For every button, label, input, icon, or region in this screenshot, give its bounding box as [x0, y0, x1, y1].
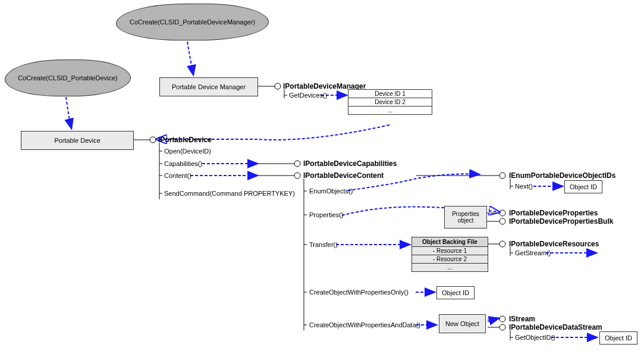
- box-new-obj: New Object: [439, 314, 486, 333]
- iface-ipdds: IPortableDeviceDataStream: [509, 323, 602, 331]
- tbl-cell: ...: [348, 107, 432, 114]
- tbl-cell: ...: [412, 264, 488, 271]
- meth-cwpo: CreateObjectWithPropertiesOnly(): [309, 289, 409, 296]
- meth-getstream: GetStream(): [515, 249, 551, 256]
- device-id-table: Device ID 1 Device ID 2 ...: [348, 89, 432, 115]
- box-props-obj: Properties object: [444, 206, 487, 228]
- box-label: Portable Device: [54, 137, 100, 144]
- meth-enumobj: EnumObjects(): [309, 187, 353, 195]
- meth-cap: Capabilities(): [164, 160, 202, 167]
- iface-ienum: IEnumPortableDeviceObjectIDs: [509, 171, 615, 180]
- tbl-cell: - Resource 2: [412, 255, 488, 264]
- meth-next: Next(): [515, 183, 533, 190]
- svg-point-13: [500, 218, 505, 224]
- iface-ipdcap: IPortableDeviceCapabilities: [303, 159, 397, 168]
- objid-box-1: Object ID: [564, 180, 602, 193]
- svg-point-1: [275, 83, 281, 89]
- cloud-label: CoCreate(CLSID_PortableDevice): [18, 74, 118, 82]
- iface-ipdprop: IPortableDeviceProperties: [509, 209, 598, 217]
- iface-istream: IStream: [509, 315, 535, 323]
- meth-cwpad: CreateObjectWithPropertiesAndData(): [309, 321, 420, 328]
- objid-label: Object ID: [605, 334, 632, 342]
- meth-getobjid: GetObjectID(): [515, 334, 555, 341]
- objid-label: Object ID: [570, 183, 597, 190]
- iface-ipdpropb: IPortableDevicePropertiesBulk: [509, 217, 613, 226]
- meth-sendcmd: SendCommand(Command PROPERTYKEY): [164, 190, 295, 197]
- iface-ipd: IPortableDevice: [158, 136, 212, 144]
- tbl-cell: Device ID 1: [348, 90, 432, 98]
- tbl-cell: Device ID 2: [348, 98, 432, 107]
- cloud-co-create-pdm: CoCreate(CLSID_PortableDeviceManager): [116, 4, 269, 40]
- box-label: Portable Device Manager: [172, 83, 246, 90]
- svg-point-9: [500, 173, 505, 179]
- tbl-cell: - Resource 1: [412, 247, 488, 255]
- meth-getdev: GetDevices(): [289, 92, 327, 99]
- box-label: Properties object: [445, 211, 486, 224]
- svg-point-5: [294, 161, 300, 167]
- box-label: New Object: [445, 320, 479, 327]
- resource-table: Object Backing File - Resource 1 - Resou…: [411, 237, 488, 272]
- svg-point-19: [500, 324, 505, 330]
- svg-point-3: [150, 137, 156, 143]
- objid-box-3: Object ID: [599, 331, 637, 345]
- svg-point-7: [294, 173, 300, 179]
- meth-cont: Content(): [164, 172, 191, 179]
- cloud-co-create-pd: CoCreate(CLSID_PortableDevice): [5, 60, 131, 96]
- cloud-label: CoCreate(CLSID_PortableDeviceManager): [130, 18, 255, 26]
- tbl-hdr: Object Backing File: [412, 237, 488, 247]
- objid-box-2: Object ID: [436, 286, 475, 299]
- svg-point-11: [500, 210, 505, 216]
- iface-ipdcont: IPortableDeviceContent: [303, 171, 384, 180]
- box-pdm: Portable Device Manager: [159, 77, 258, 96]
- meth-transfer: Transfer(): [309, 241, 338, 248]
- meth-props: Properties(): [309, 211, 343, 218]
- iface-ipdres: IPortableDeviceResources: [509, 240, 599, 248]
- svg-point-15: [500, 241, 505, 247]
- svg-point-17: [500, 316, 505, 322]
- objid-label: Object ID: [442, 289, 469, 296]
- meth-open: Open(DeviceID): [164, 148, 211, 155]
- box-pd: Portable Device: [21, 131, 134, 150]
